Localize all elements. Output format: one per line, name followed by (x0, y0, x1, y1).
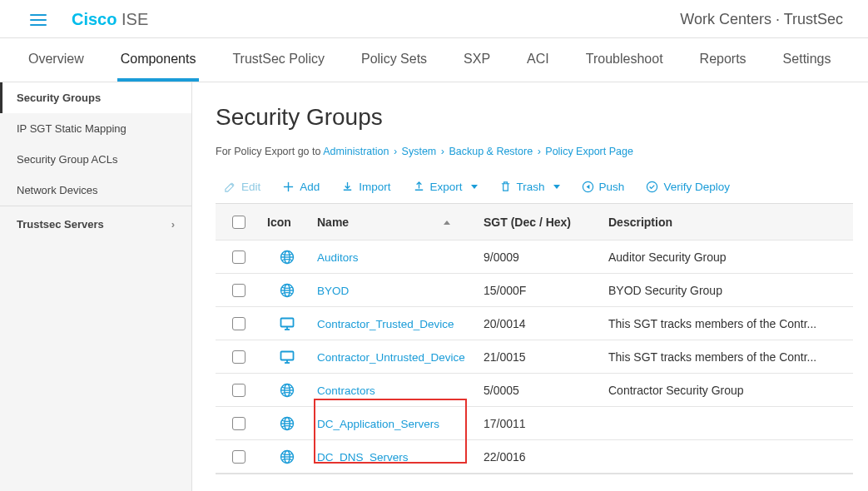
tab-aci[interactable]: ACI (523, 38, 553, 82)
row-name-link[interactable]: Auditors (317, 251, 359, 264)
import-icon (341, 181, 354, 193)
tab-troubleshoot[interactable]: Troubleshoot (583, 38, 667, 82)
page-title: Security Groups (216, 104, 853, 131)
export-label: Export (430, 181, 463, 193)
globe-icon (262, 374, 312, 406)
col-header-sgt[interactable]: SGT (Dec / Hex) (479, 207, 603, 237)
table-row[interactable]: Auditors9/0009Auditor Security Group (216, 241, 853, 274)
row-name-link[interactable]: DC_DNS_Servers (317, 451, 409, 464)
row-description: Contractor Security Group (603, 375, 853, 405)
row-description: This SGT tracks members of the Contr... (603, 342, 853, 372)
row-description: This SGT tracks members of the Contr... (603, 309, 853, 339)
sidebar-group-label: Trustsec Servers (17, 218, 104, 231)
chevron-down-icon (471, 185, 478, 189)
table-row[interactable]: Contractor_Untrusted_Device21/0015This S… (216, 340, 853, 374)
security-groups-table: Icon Name SGT (Dec / Hex) Description Au… (216, 203, 853, 474)
hint-link-administration[interactable]: Administration (323, 146, 389, 157)
tab-overview[interactable]: Overview (25, 38, 87, 82)
import-button[interactable]: Import (341, 181, 390, 193)
trash-label: Trash (517, 181, 545, 193)
row-name-link[interactable]: DC_Application_Servers (317, 418, 439, 430)
breadcrumb: Work Centers · TrustSec (680, 11, 843, 28)
table-header-row: Icon Name SGT (Dec / Hex) Description (216, 204, 853, 241)
globe-icon (262, 441, 312, 473)
sidebar-item-security-groups[interactable]: Security Groups (0, 82, 191, 113)
row-sgt-value: 20/0014 (479, 309, 603, 339)
verify-icon (646, 181, 658, 193)
row-sgt-value: 15/000F (479, 275, 603, 305)
product-logo[interactable]: Cisco ISE (72, 10, 148, 29)
verify-label: Verify Deploy (663, 181, 730, 193)
row-checkbox[interactable] (232, 284, 246, 297)
row-name-link[interactable]: Contractor_Trusted_Device (317, 318, 454, 330)
toolbar: Edit Add Import Export Trash (216, 181, 853, 203)
hamburger-menu-icon[interactable] (30, 14, 47, 26)
row-checkbox[interactable] (232, 450, 246, 464)
sidebar-item-security-group-acls[interactable]: Security Group ACLs (0, 144, 191, 175)
top-header: Cisco ISE Work Centers · TrustSec (0, 0, 868, 38)
pencil-icon (224, 181, 236, 193)
row-description: Auditor Security Group (603, 242, 853, 272)
row-description (603, 449, 853, 465)
chevron-down-icon (553, 185, 560, 189)
plus-icon (282, 181, 295, 193)
row-sgt-value: 21/0015 (479, 342, 603, 372)
logo-ise: ISE (122, 10, 148, 28)
sidebar-group-trustsec-servers[interactable]: Trustsec Servers › (0, 206, 191, 242)
col-header-name[interactable]: Name (312, 207, 479, 237)
export-button[interactable]: Export (413, 181, 478, 193)
logo-cisco: Cisco (72, 10, 117, 28)
row-checkbox[interactable] (232, 317, 246, 330)
row-checkbox[interactable] (232, 384, 246, 397)
trash-icon (499, 181, 512, 193)
tab-policy-sets[interactable]: Policy Sets (358, 38, 430, 82)
table-row[interactable]: BYOD15/000FBYOD Security Group (216, 274, 853, 307)
trash-button[interactable]: Trash (499, 181, 560, 193)
chevron-right-icon: › (171, 218, 175, 231)
tab-nav: Overview Components TrustSec Policy Poli… (0, 38, 868, 82)
sidebar-item-network-devices[interactable]: Network Devices (0, 175, 191, 206)
sort-asc-icon (444, 221, 450, 225)
tab-sxp[interactable]: SXP (460, 38, 494, 82)
hint-link-policy-export-page[interactable]: Policy Export Page (545, 146, 633, 157)
row-checkbox[interactable] (232, 250, 246, 264)
hint-link-system[interactable]: System (402, 146, 437, 157)
push-label: Push (599, 181, 625, 193)
col-header-description[interactable]: Description (603, 207, 853, 237)
col-header-icon[interactable]: Icon (262, 207, 312, 237)
row-checkbox[interactable] (232, 417, 246, 430)
verify-deploy-button[interactable]: Verify Deploy (646, 181, 730, 193)
table-row[interactable]: Contractors5/0005Contractor Security Gro… (216, 374, 853, 407)
row-name-link[interactable]: BYOD (317, 285, 349, 297)
export-icon (413, 181, 425, 193)
main-content: Security Groups For Policy Export go to … (192, 82, 868, 491)
tab-trustsec-policy[interactable]: TrustSec Policy (229, 38, 328, 82)
row-name-link[interactable]: Contractors (317, 384, 375, 397)
globe-icon (262, 275, 312, 306)
row-description: BYOD Security Group (603, 275, 853, 305)
edit-button[interactable]: Edit (224, 181, 260, 193)
policy-export-hint: For Policy Export go to Administration ›… (216, 146, 853, 157)
monitor-icon (262, 308, 312, 340)
select-all-checkbox[interactable] (232, 216, 246, 229)
add-label: Add (300, 181, 320, 193)
globe-icon (262, 408, 312, 439)
row-sgt-value: 22/0016 (479, 442, 603, 472)
table-row[interactable]: DC_Application_Servers17/0011 (216, 407, 853, 440)
table-row[interactable]: DC_DNS_Servers22/0016 (216, 440, 853, 474)
tab-settings[interactable]: Settings (780, 38, 835, 82)
hint-link-backup-restore[interactable]: Backup & Restore (449, 146, 533, 157)
push-button[interactable]: Push (582, 181, 625, 193)
row-name-link[interactable]: Contractor_Untrusted_Device (317, 351, 465, 364)
row-checkbox[interactable] (232, 350, 246, 364)
tab-components[interactable]: Components (117, 38, 200, 82)
tab-reports[interactable]: Reports (697, 38, 750, 82)
row-sgt-value: 17/0011 (479, 409, 603, 439)
add-button[interactable]: Add (282, 181, 320, 193)
table-row[interactable]: Contractor_Trusted_Device20/0014This SGT… (216, 307, 853, 340)
push-icon (582, 181, 594, 193)
sidebar-item-ip-sgt-static-mapping[interactable]: IP SGT Static Mapping (0, 113, 191, 144)
globe-icon (262, 241, 312, 273)
monitor-icon (262, 341, 312, 373)
sidebar: Security Groups IP SGT Static Mapping Se… (0, 82, 192, 491)
